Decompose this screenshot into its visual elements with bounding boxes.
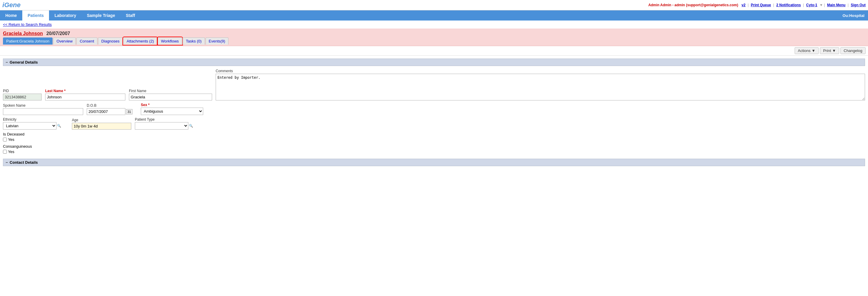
lastname-input[interactable] — [45, 94, 125, 100]
contact-details-title: Contact Details — [10, 160, 38, 165]
app-logo: iGene — [2, 1, 21, 9]
main-content: − General Details PID Last Name * First … — [0, 56, 868, 172]
print-queue-link[interactable]: Print Queue — [751, 3, 771, 7]
is-deceased-yes-label: Yes — [8, 137, 14, 142]
nav-spacer — [141, 10, 839, 21]
patient-name[interactable]: Graciela Johnson — [3, 31, 43, 36]
patient-type-inner: 🔍 — [135, 122, 200, 129]
patient-header: Graciela Johnson 20/07/2007 Patient:Grac… — [0, 29, 868, 46]
tab-events[interactable]: Events(9) — [206, 37, 229, 45]
ethnicity-search-icon[interactable]: 🔍 — [57, 124, 61, 128]
dob-label: D.O.B — [87, 103, 137, 108]
dob-input[interactable] — [87, 108, 125, 115]
tab-consent[interactable]: Consent — [76, 37, 97, 45]
pid-group: PID — [3, 89, 41, 100]
tab-patient-graciela[interactable]: Patient:Graciela Johnson — [3, 37, 53, 45]
firstname-group: First Name — [129, 89, 212, 100]
age-group: Age — [72, 118, 131, 129]
contact-details-header: − Contact Details — [3, 159, 865, 166]
contact-details-section: − Contact Details — [3, 159, 865, 166]
tab-workflows[interactable]: Workflows — [158, 37, 182, 45]
consanguineous-row: Consanguineous Yes — [3, 144, 865, 154]
tab-tasks[interactable]: Tasks (0) — [183, 37, 205, 45]
sign-out-link[interactable]: Sign Out — [851, 3, 866, 7]
consanguineous-checkbox[interactable] — [3, 150, 7, 154]
is-deceased-checkbox[interactable] — [3, 138, 7, 142]
main-menu-link[interactable]: Main Menu — [827, 3, 845, 7]
nav-patients[interactable]: Patients — [22, 10, 49, 21]
ethnicity-inner: Latvian Other 🔍 — [3, 122, 68, 129]
notifications-link[interactable]: 2 Notifications — [776, 3, 801, 7]
ethnicity-label: Ethnicity — [3, 117, 68, 122]
sex-select[interactable]: Ambiguous Male Female Unknown — [141, 108, 203, 115]
patient-type-group: Patient Type 🔍 — [135, 117, 200, 129]
sex-label: Sex * — [141, 103, 203, 107]
patient-type-search-icon[interactable]: 🔍 — [189, 124, 193, 128]
admin-name: Admin Admin - admin (support@genialgenet… — [648, 3, 738, 7]
actions-button[interactable]: Actions ▼ — [795, 47, 819, 54]
patient-type-select[interactable] — [135, 122, 188, 129]
cyto-link[interactable]: Cyto-1 — [806, 3, 817, 7]
pid-label: PID — [3, 89, 41, 93]
top-bar: iGene Admin Admin - admin (support@genia… — [0, 0, 868, 10]
form-row-1: PID Last Name * First Name Comments Ente… — [3, 69, 865, 100]
ou-label: Ou:Hospital — [839, 10, 868, 21]
form-row-3: Ethnicity Latvian Other 🔍 Age Patient Ty… — [3, 117, 865, 129]
general-details-title: General Details — [10, 60, 38, 64]
contact-details-toggle[interactable]: − — [6, 160, 8, 165]
tab-diagnoses[interactable]: Diagnoses — [98, 37, 123, 45]
firstname-label: First Name — [129, 89, 212, 93]
return-search-link[interactable]: << Return to Search Results — [3, 22, 52, 27]
tab-attachments[interactable]: Attachments (2) — [123, 37, 157, 45]
action-toolbar: Actions ▼ Print ▼ Changelog — [0, 46, 868, 56]
nav-home[interactable]: Home — [0, 10, 22, 21]
age-label: Age — [72, 118, 131, 122]
comments-group: Comments Entered by Importer. — [216, 69, 865, 100]
spoken-group: Spoken Name — [3, 103, 83, 115]
print-button[interactable]: Print ▼ — [820, 47, 839, 54]
is-deceased-row: Is Deceased Yes — [3, 132, 865, 142]
dob-calendar-icon[interactable]: 31 — [126, 109, 132, 114]
spoken-label: Spoken Name — [3, 103, 83, 108]
lastname-label: Last Name * — [45, 89, 125, 93]
comments-textarea[interactable]: Entered by Importer. — [216, 74, 865, 100]
is-deceased-label: Is Deceased — [3, 132, 865, 137]
nav-laboratory[interactable]: Laboratory — [49, 10, 82, 21]
tab-overview[interactable]: Overview — [53, 37, 76, 45]
dob-inner: 31 — [87, 108, 137, 115]
breadcrumb: << Return to Search Results — [0, 21, 868, 29]
pid-input — [3, 94, 41, 100]
general-details-header: − General Details — [3, 59, 865, 66]
consanguineous-yes-label: Yes — [8, 149, 14, 154]
nav-staff[interactable]: Staff — [120, 10, 140, 21]
spoken-input[interactable] — [3, 108, 83, 115]
sex-group: Sex * Ambiguous Male Female Unknown — [141, 103, 203, 115]
patient-tabs: Patient:Graciela Johnson Overview Consen… — [3, 36, 865, 45]
consanguineous-checkbox-row: Yes — [3, 149, 865, 154]
version-link[interactable]: v2 — [741, 3, 745, 7]
ethnicity-select[interactable]: Latvian Other — [3, 122, 57, 129]
comments-label: Comments — [216, 69, 865, 73]
ethnicity-group: Ethnicity Latvian Other 🔍 — [3, 117, 68, 129]
patient-dob: 20/07/2007 — [46, 31, 70, 36]
top-right-bar: Admin Admin - admin (support@genialgenet… — [648, 3, 866, 7]
age-input — [72, 123, 131, 129]
firstname-input[interactable] — [129, 94, 212, 100]
form-row-2: Spoken Name D.O.B 31 Sex * Ambiguous Mal… — [3, 103, 865, 115]
consanguineous-label: Consanguineous — [3, 144, 865, 149]
changelog-button[interactable]: Changelog — [840, 47, 866, 54]
patient-type-label: Patient Type — [135, 117, 200, 122]
lastname-group: Last Name * — [45, 89, 125, 100]
dob-group: D.O.B 31 — [87, 103, 137, 115]
general-details-toggle[interactable]: − — [6, 60, 8, 64]
nav-sample-triage[interactable]: Sample Triage — [82, 10, 121, 21]
nav-bar: Home Patients Laboratory Sample Triage S… — [0, 10, 868, 21]
is-deceased-checkbox-row: Yes — [3, 137, 865, 142]
